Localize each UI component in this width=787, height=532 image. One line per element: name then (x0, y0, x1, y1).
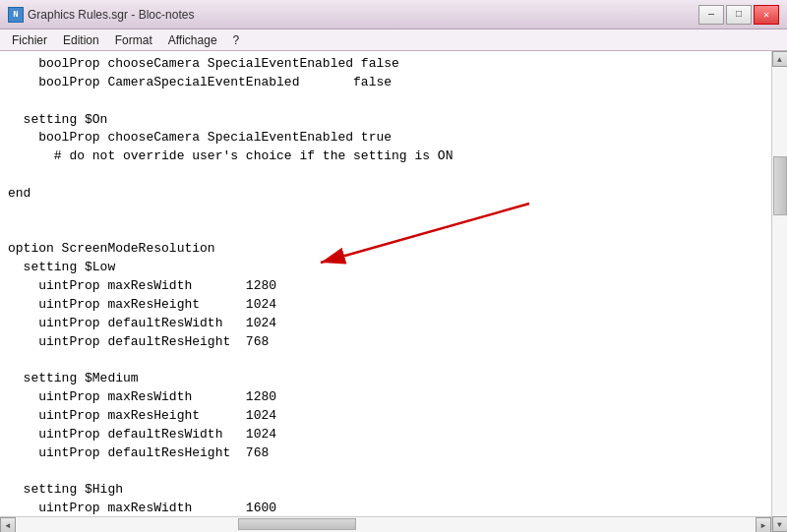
editor-content[interactable]: boolProp chooseCamera SpecialEventEnable… (0, 51, 771, 532)
menu-?[interactable]: ? (225, 31, 248, 49)
scroll-left-button[interactable]: ◄ (0, 517, 16, 532)
maximize-button[interactable]: □ (726, 5, 752, 25)
title-bar: N Graphics Rules.sgr - Bloc-notes — □ ✕ (0, 0, 787, 30)
window-controls: — □ ✕ (698, 5, 779, 25)
vertical-scrollbar[interactable]: ▲ ▼ (771, 51, 787, 532)
menu-edition[interactable]: Edition (55, 31, 107, 49)
window-title: Graphics Rules.sgr - Bloc-notes (28, 8, 194, 22)
editor-wrapper: boolProp chooseCamera SpecialEventEnable… (0, 51, 787, 532)
scroll-down-button[interactable]: ▼ (772, 516, 788, 532)
menu-affichage[interactable]: Affichage (160, 31, 225, 49)
scroll-thumb-v[interactable] (773, 156, 787, 215)
menu-bar: FichierEditionFormatAffichage? (0, 30, 787, 51)
menu-format[interactable]: Format (107, 31, 160, 49)
close-button[interactable]: ✕ (754, 5, 779, 25)
minimize-button[interactable]: — (698, 5, 724, 25)
scroll-track-h[interactable] (16, 517, 756, 532)
horizontal-scrollbar[interactable]: ◄ ► (0, 516, 771, 532)
scroll-track-v[interactable] (772, 67, 787, 516)
app-icon: N (8, 7, 24, 23)
scroll-up-button[interactable]: ▲ (772, 51, 788, 67)
scroll-thumb-h[interactable] (238, 518, 356, 530)
menu-fichier[interactable]: Fichier (4, 31, 55, 49)
scroll-right-button[interactable]: ► (756, 517, 771, 532)
